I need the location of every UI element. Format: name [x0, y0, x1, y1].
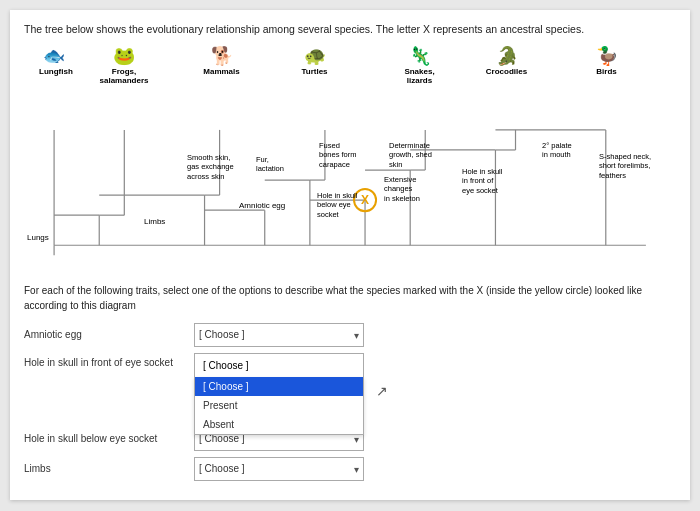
- species-crocodiles: 🐊 Crocodiles: [479, 45, 534, 76]
- question-text: For each of the following traits, select…: [24, 283, 676, 313]
- snakes-icon: 🦎: [392, 45, 447, 67]
- svg-text:X: X: [361, 193, 369, 207]
- dropdown-item-absent[interactable]: Absent: [195, 415, 363, 434]
- snakes-label: Snakes,lizards: [392, 67, 447, 85]
- q-label-hole-front: Hole in skull in front of eye socket: [24, 357, 184, 368]
- trait-smooth-skin: Smooth skin,gas exchangeacross skin: [187, 153, 234, 182]
- species-snakes: 🦎 Snakes,lizards: [392, 45, 447, 85]
- trait-fur: Fur,lactation: [256, 155, 284, 175]
- frogs-label: Frogs,salamanders: [99, 67, 149, 85]
- trait-extensive: Extensivechangesin skeleton: [384, 175, 420, 204]
- q-row-amniotic: Amniotic egg [ Choose ] Present Absent: [24, 323, 676, 347]
- tree-diagram: X 🐟 Lungfish 🐸 Frogs,salamanders 🐕 Mamma…: [24, 45, 676, 275]
- q-select-hole-front-display[interactable]: [ Choose ]: [194, 353, 364, 377]
- species-mammals: 🐕 Mammals: [194, 45, 249, 76]
- trait-hole-below: Hole in skullbelow eyesocket: [317, 191, 357, 220]
- q-select-wrapper-limbs: [ Choose ] Present Absent: [194, 457, 364, 481]
- question-rows: Amniotic egg [ Choose ] Present Absent H…: [24, 323, 676, 481]
- trait-skin: Determinategrowth, shedskin: [389, 141, 432, 170]
- q-row-limbs: Limbs [ Choose ] Present Absent: [24, 457, 676, 481]
- trait-amniotic: Amniotic egg: [239, 201, 285, 210]
- birds-icon: 🦆: [584, 45, 629, 67]
- dropdown-list: [ Choose ] Present Absent: [194, 377, 364, 435]
- q-select-limbs[interactable]: [ Choose ] Present Absent: [194, 457, 364, 481]
- birds-label: Birds: [584, 67, 629, 76]
- q-row-hole-front: Hole in skull in front of eye socket [ C…: [24, 353, 676, 377]
- trait-hole-front: Hole in skullin front ofeye socket: [462, 167, 502, 196]
- lungfish-label: Lungfish: [39, 67, 69, 76]
- q-label-hole-below: Hole in skull below eye socket: [24, 433, 184, 444]
- dropdown-item-choose[interactable]: [ Choose ]: [195, 377, 363, 396]
- trait-lungs: Lungs: [27, 233, 49, 242]
- main-page: The tree below shows the evolutionary re…: [10, 10, 690, 500]
- lungfish-icon: 🐟: [39, 45, 69, 67]
- q-select-amniotic[interactable]: [ Choose ] Present Absent: [194, 323, 364, 347]
- mammals-icon: 🐕: [194, 45, 249, 67]
- trait-feathers: S-shaped neck,short forelimbs,feathers: [599, 152, 651, 181]
- q-select-wrapper-amniotic: [ Choose ] Present Absent: [194, 323, 364, 347]
- cursor-icon: ↗: [376, 383, 388, 399]
- q-label-amniotic: Amniotic egg: [24, 329, 184, 340]
- trait-limbs: Limbs: [144, 217, 165, 226]
- trait-carapace: Fusedbones formcarapace: [319, 141, 357, 170]
- frogs-icon: 🐸: [99, 45, 149, 67]
- species-birds: 🦆 Birds: [584, 45, 629, 76]
- mammals-label: Mammals: [194, 67, 249, 76]
- turtles-label: Turtles: [292, 67, 337, 76]
- turtles-icon: 🐢: [292, 45, 337, 67]
- species-turtles: 🐢 Turtles: [292, 45, 337, 76]
- species-lungfish: 🐟 Lungfish: [39, 45, 69, 76]
- trait-palate: 2° palatein mouth: [542, 141, 572, 161]
- crocodiles-label: Crocodiles: [479, 67, 534, 76]
- crocodiles-icon: 🐊: [479, 45, 534, 67]
- q-label-limbs: Limbs: [24, 463, 184, 474]
- intro-text: The tree below shows the evolutionary re…: [24, 22, 676, 37]
- species-frogs: 🐸 Frogs,salamanders: [99, 45, 149, 85]
- dropdown-item-present[interactable]: Present: [195, 396, 363, 415]
- q-dropdown-container: [ Choose ] [ Choose ] Present Absent ↗: [194, 353, 364, 377]
